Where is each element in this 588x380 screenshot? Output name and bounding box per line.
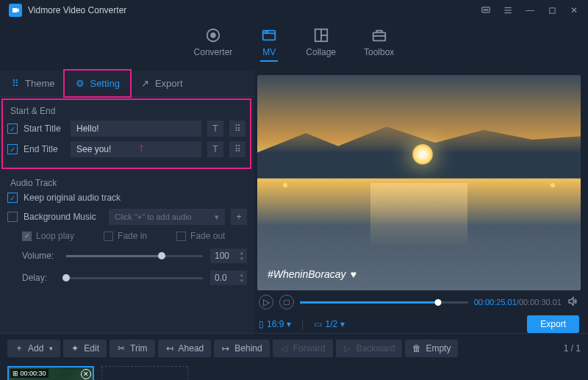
svg-point-3 (487, 10, 488, 10)
subtab-setting[interactable]: ⚙ Setting (63, 69, 131, 98)
forward-button[interactable]: ◁Forward (273, 340, 333, 357)
maximize-icon[interactable] (547, 5, 557, 15)
clip-remove-button[interactable]: ✕ (81, 369, 91, 379)
app-title: Vidmore Video Converter (28, 5, 126, 15)
zoom-dropdown[interactable]: ▭1/2▾ (314, 319, 345, 329)
chat-icon[interactable] (481, 5, 491, 15)
bg-music-dropdown[interactable]: Click "+" to add audio ▾ (109, 209, 225, 225)
settings-panel: ⠿ Theme ⚙ Setting ↗ Export Start & End S… (0, 71, 254, 333)
chevron-down-icon: ▾ (340, 319, 345, 329)
edit-icon: ✦ (71, 344, 79, 353)
bg-music-checkbox[interactable] (7, 212, 18, 222)
watermark-text: #WheninBoracay♥ (268, 268, 356, 280)
clips-row: ⊞ 00:00:30 ✕ ▷ 🔇 ✦ ✂ + (0, 363, 588, 380)
start-title-input[interactable] (71, 121, 201, 137)
svg-point-11 (265, 32, 266, 32)
svg-point-12 (268, 32, 268, 32)
minimize-icon[interactable]: — (525, 5, 535, 15)
main-tabs: Converter MV Collage Toolbox (0, 21, 588, 71)
export-icon: ↗ (140, 79, 151, 89)
page-indicator: 1 / 1 (564, 343, 581, 354)
export-button[interactable]: Export (527, 315, 579, 333)
empty-button[interactable]: 🗑Empty (405, 340, 458, 357)
player-controls: ▷ □ 00:00:25.01/00:00:30.01 (257, 290, 581, 314)
volume-slider[interactable] (66, 255, 203, 257)
forward-icon: ◁ (280, 344, 289, 353)
keep-audio-checkbox[interactable] (7, 193, 18, 203)
delay-label: Delay: (22, 273, 59, 283)
fade-out-checkbox[interactable] (176, 232, 186, 241)
preview-panel: #WheninBoracay♥ ▷ □ 00:00:25.01/00:00:30… (254, 71, 588, 333)
tab-mv[interactable]: MV (260, 26, 278, 62)
chevron-down-icon: ▾ (215, 212, 219, 222)
trim-button[interactable]: ✂Trim (110, 340, 155, 357)
end-text-style-button[interactable]: T (207, 141, 223, 157)
subtab-export[interactable]: ↗ Export (130, 71, 193, 96)
toolbox-icon (370, 26, 388, 44)
delay-spinner[interactable]: 0.0▴▾ (210, 270, 247, 285)
add-audio-button[interactable]: + (231, 209, 247, 225)
backward-button[interactable]: ▷Backward (336, 340, 403, 357)
start-title-checkbox[interactable] (7, 123, 18, 134)
stop-button[interactable]: □ (279, 295, 294, 309)
chevron-down-icon: ▾ (287, 319, 291, 329)
menu-icon[interactable] (503, 5, 513, 15)
ahead-icon: ↤ (165, 344, 174, 353)
gear-icon: ⚙ (75, 79, 85, 89)
clip-duration: ⊞ 00:00:30 (10, 369, 49, 378)
theme-icon: ⠿ (10, 79, 21, 89)
audio-section-title: Audio Track (10, 178, 247, 188)
aspect-ratio-dropdown[interactable]: ▯16:9▾ (259, 319, 291, 329)
video-preview[interactable]: #WheninBoracay♥ (257, 75, 581, 290)
timeline-slider[interactable] (300, 301, 468, 304)
play-button[interactable]: ▷ (259, 295, 273, 309)
tab-collage[interactable]: Collage (306, 26, 336, 62)
add-clip-button[interactable]: + (101, 366, 188, 380)
loop-play-checkbox[interactable] (22, 232, 32, 241)
display-icon: ▭ (314, 319, 322, 329)
volume-down-icon[interactable]: ▾ (238, 257, 245, 262)
ahead-button[interactable]: ↤Ahead (158, 340, 212, 357)
behind-icon: ↦ (221, 344, 230, 353)
clip-thumbnail[interactable]: ⊞ 00:00:30 ✕ ▷ 🔇 ✦ ✂ (7, 366, 94, 380)
svg-rect-16 (373, 32, 385, 40)
tab-toolbox[interactable]: Toolbox (364, 26, 394, 62)
start-text-style-button[interactable]: T (207, 121, 223, 137)
behind-button[interactable]: ↦Behind (214, 340, 269, 357)
audio-section: Audio Track Keep original audio track Ba… (0, 171, 254, 297)
collage-icon (312, 26, 330, 44)
svg-rect-7 (549, 7, 554, 12)
volume-icon[interactable] (567, 295, 579, 309)
end-title-label: End Title (24, 144, 65, 154)
svg-point-1 (484, 10, 484, 10)
time-display: 00:00:25.01/00:00:30.01 (474, 298, 562, 306)
clip-toolbar: +Add▾ ✦Edit ✂Trim ↤Ahead ↦Behind ◁Forwar… (0, 333, 588, 363)
delay-up-icon[interactable]: ▴ (238, 273, 245, 278)
preview-options: ▯16:9▾ | ▭1/2▾ Export (257, 314, 581, 333)
fade-in-checkbox[interactable] (104, 232, 113, 241)
tab-converter[interactable]: Converter (194, 26, 233, 62)
edit-button[interactable]: ✦Edit (63, 340, 107, 357)
volume-up-icon[interactable]: ▴ (238, 251, 245, 256)
delay-down-icon[interactable]: ▾ (238, 279, 245, 284)
close-icon[interactable]: ✕ (569, 5, 579, 15)
trash-icon: 🗑 (412, 344, 421, 353)
aspect-icon: ▯ (259, 319, 264, 329)
start-end-section: Start & End Start Title T ⠿ End Title T … (1, 98, 251, 169)
scissors-icon: ✂ (117, 344, 126, 353)
start-end-title: Start & End (10, 106, 245, 116)
end-more-button[interactable]: ⠿ (229, 141, 245, 157)
svg-point-9 (211, 33, 215, 37)
keep-audio-label: Keep original audio track (24, 193, 121, 203)
end-title-checkbox[interactable] (7, 144, 18, 154)
start-more-button[interactable]: ⠿ (229, 121, 245, 137)
plus-icon: + (15, 344, 24, 353)
delay-slider[interactable] (66, 277, 203, 279)
volume-label: Volume: (22, 251, 59, 261)
arrow-annotation-icon: ↑ (138, 141, 144, 154)
subtab-theme[interactable]: ⠿ Theme (0, 71, 65, 96)
volume-spinner[interactable]: 100▴▾ (210, 248, 247, 263)
titlebar: Vidmore Video Converter — ✕ (0, 0, 588, 21)
end-title-input[interactable] (71, 141, 201, 157)
add-button[interactable]: +Add▾ (7, 340, 60, 357)
